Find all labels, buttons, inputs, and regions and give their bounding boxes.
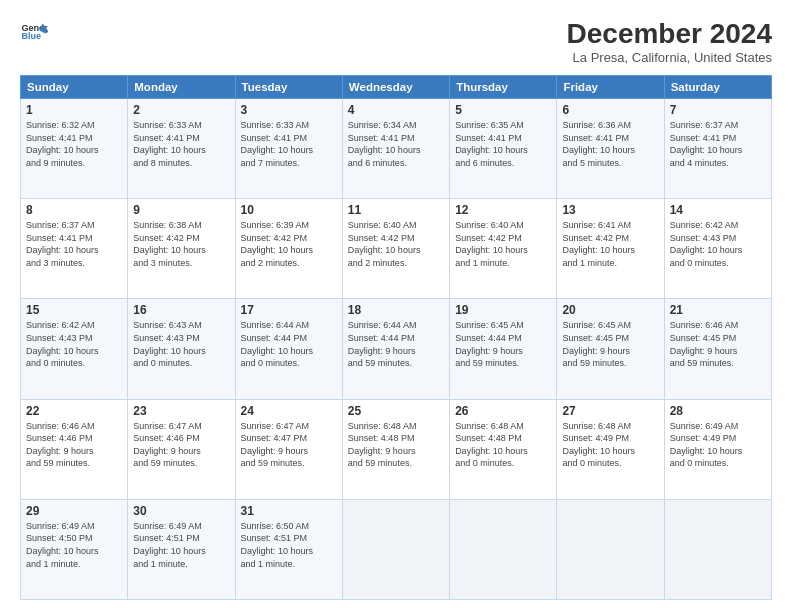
calendar-cell: 1Sunrise: 6:32 AM Sunset: 4:41 PM Daylig… — [21, 99, 128, 199]
day-info: Sunrise: 6:32 AM Sunset: 4:41 PM Dayligh… — [26, 119, 122, 169]
day-info: Sunrise: 6:44 AM Sunset: 4:44 PM Dayligh… — [348, 319, 444, 369]
day-number: 13 — [562, 203, 658, 217]
calendar-cell: 15Sunrise: 6:42 AM Sunset: 4:43 PM Dayli… — [21, 299, 128, 399]
day-number: 26 — [455, 404, 551, 418]
day-number: 1 — [26, 103, 122, 117]
day-info: Sunrise: 6:44 AM Sunset: 4:44 PM Dayligh… — [241, 319, 337, 369]
day-info: Sunrise: 6:48 AM Sunset: 4:48 PM Dayligh… — [455, 420, 551, 470]
week-row-5: 29Sunrise: 6:49 AM Sunset: 4:50 PM Dayli… — [21, 499, 772, 599]
day-number: 15 — [26, 303, 122, 317]
weekday-tuesday: Tuesday — [235, 76, 342, 99]
calendar-cell: 12Sunrise: 6:40 AM Sunset: 4:42 PM Dayli… — [450, 199, 557, 299]
svg-text:Blue: Blue — [21, 31, 41, 41]
day-number: 29 — [26, 504, 122, 518]
weekday-monday: Monday — [128, 76, 235, 99]
weekday-thursday: Thursday — [450, 76, 557, 99]
day-info: Sunrise: 6:40 AM Sunset: 4:42 PM Dayligh… — [455, 219, 551, 269]
weekday-friday: Friday — [557, 76, 664, 99]
calendar-cell: 28Sunrise: 6:49 AM Sunset: 4:49 PM Dayli… — [664, 399, 771, 499]
day-number: 24 — [241, 404, 337, 418]
day-number: 9 — [133, 203, 229, 217]
calendar-cell: 24Sunrise: 6:47 AM Sunset: 4:47 PM Dayli… — [235, 399, 342, 499]
logo: General Blue — [20, 18, 48, 46]
day-number: 17 — [241, 303, 337, 317]
day-info: Sunrise: 6:42 AM Sunset: 4:43 PM Dayligh… — [670, 219, 766, 269]
day-info: Sunrise: 6:47 AM Sunset: 4:47 PM Dayligh… — [241, 420, 337, 470]
day-number: 14 — [670, 203, 766, 217]
calendar-cell: 7Sunrise: 6:37 AM Sunset: 4:41 PM Daylig… — [664, 99, 771, 199]
week-row-2: 8Sunrise: 6:37 AM Sunset: 4:41 PM Daylig… — [21, 199, 772, 299]
calendar-cell: 23Sunrise: 6:47 AM Sunset: 4:46 PM Dayli… — [128, 399, 235, 499]
month-title: December 2024 — [567, 18, 772, 50]
calendar-cell — [450, 499, 557, 599]
day-info: Sunrise: 6:34 AM Sunset: 4:41 PM Dayligh… — [348, 119, 444, 169]
calendar-cell — [557, 499, 664, 599]
weekday-header-row: SundayMondayTuesdayWednesdayThursdayFrid… — [21, 76, 772, 99]
day-number: 11 — [348, 203, 444, 217]
calendar-cell: 14Sunrise: 6:42 AM Sunset: 4:43 PM Dayli… — [664, 199, 771, 299]
calendar-cell: 2Sunrise: 6:33 AM Sunset: 4:41 PM Daylig… — [128, 99, 235, 199]
day-info: Sunrise: 6:37 AM Sunset: 4:41 PM Dayligh… — [670, 119, 766, 169]
day-number: 16 — [133, 303, 229, 317]
calendar-cell: 26Sunrise: 6:48 AM Sunset: 4:48 PM Dayli… — [450, 399, 557, 499]
day-number: 3 — [241, 103, 337, 117]
day-info: Sunrise: 6:47 AM Sunset: 4:46 PM Dayligh… — [133, 420, 229, 470]
calendar-cell: 4Sunrise: 6:34 AM Sunset: 4:41 PM Daylig… — [342, 99, 449, 199]
day-info: Sunrise: 6:49 AM Sunset: 4:49 PM Dayligh… — [670, 420, 766, 470]
day-number: 31 — [241, 504, 337, 518]
calendar-cell: 20Sunrise: 6:45 AM Sunset: 4:45 PM Dayli… — [557, 299, 664, 399]
calendar-cell: 21Sunrise: 6:46 AM Sunset: 4:45 PM Dayli… — [664, 299, 771, 399]
calendar-cell: 25Sunrise: 6:48 AM Sunset: 4:48 PM Dayli… — [342, 399, 449, 499]
day-number: 30 — [133, 504, 229, 518]
day-info: Sunrise: 6:49 AM Sunset: 4:51 PM Dayligh… — [133, 520, 229, 570]
calendar-cell: 18Sunrise: 6:44 AM Sunset: 4:44 PM Dayli… — [342, 299, 449, 399]
calendar-header: SundayMondayTuesdayWednesdayThursdayFrid… — [21, 76, 772, 99]
calendar-body: 1Sunrise: 6:32 AM Sunset: 4:41 PM Daylig… — [21, 99, 772, 600]
weekday-saturday: Saturday — [664, 76, 771, 99]
day-info: Sunrise: 6:42 AM Sunset: 4:43 PM Dayligh… — [26, 319, 122, 369]
day-number: 8 — [26, 203, 122, 217]
day-info: Sunrise: 6:38 AM Sunset: 4:42 PM Dayligh… — [133, 219, 229, 269]
day-number: 21 — [670, 303, 766, 317]
week-row-1: 1Sunrise: 6:32 AM Sunset: 4:41 PM Daylig… — [21, 99, 772, 199]
calendar-cell: 16Sunrise: 6:43 AM Sunset: 4:43 PM Dayli… — [128, 299, 235, 399]
day-info: Sunrise: 6:33 AM Sunset: 4:41 PM Dayligh… — [241, 119, 337, 169]
week-row-3: 15Sunrise: 6:42 AM Sunset: 4:43 PM Dayli… — [21, 299, 772, 399]
calendar-cell: 31Sunrise: 6:50 AM Sunset: 4:51 PM Dayli… — [235, 499, 342, 599]
week-row-4: 22Sunrise: 6:46 AM Sunset: 4:46 PM Dayli… — [21, 399, 772, 499]
calendar-cell: 22Sunrise: 6:46 AM Sunset: 4:46 PM Dayli… — [21, 399, 128, 499]
calendar-cell: 6Sunrise: 6:36 AM Sunset: 4:41 PM Daylig… — [557, 99, 664, 199]
day-number: 19 — [455, 303, 551, 317]
day-info: Sunrise: 6:46 AM Sunset: 4:45 PM Dayligh… — [670, 319, 766, 369]
day-number: 22 — [26, 404, 122, 418]
logo-icon: General Blue — [20, 18, 48, 46]
calendar-cell: 27Sunrise: 6:48 AM Sunset: 4:49 PM Dayli… — [557, 399, 664, 499]
day-number: 4 — [348, 103, 444, 117]
calendar-cell — [664, 499, 771, 599]
day-info: Sunrise: 6:41 AM Sunset: 4:42 PM Dayligh… — [562, 219, 658, 269]
day-number: 20 — [562, 303, 658, 317]
calendar-cell: 10Sunrise: 6:39 AM Sunset: 4:42 PM Dayli… — [235, 199, 342, 299]
day-number: 12 — [455, 203, 551, 217]
calendar-cell: 13Sunrise: 6:41 AM Sunset: 4:42 PM Dayli… — [557, 199, 664, 299]
day-info: Sunrise: 6:46 AM Sunset: 4:46 PM Dayligh… — [26, 420, 122, 470]
day-number: 6 — [562, 103, 658, 117]
location: La Presa, California, United States — [567, 50, 772, 65]
calendar-cell: 8Sunrise: 6:37 AM Sunset: 4:41 PM Daylig… — [21, 199, 128, 299]
calendar-cell: 19Sunrise: 6:45 AM Sunset: 4:44 PM Dayli… — [450, 299, 557, 399]
day-number: 10 — [241, 203, 337, 217]
day-number: 28 — [670, 404, 766, 418]
calendar-cell: 30Sunrise: 6:49 AM Sunset: 4:51 PM Dayli… — [128, 499, 235, 599]
calendar-cell: 11Sunrise: 6:40 AM Sunset: 4:42 PM Dayli… — [342, 199, 449, 299]
day-info: Sunrise: 6:36 AM Sunset: 4:41 PM Dayligh… — [562, 119, 658, 169]
day-info: Sunrise: 6:35 AM Sunset: 4:41 PM Dayligh… — [455, 119, 551, 169]
day-info: Sunrise: 6:48 AM Sunset: 4:48 PM Dayligh… — [348, 420, 444, 470]
day-number: 25 — [348, 404, 444, 418]
calendar-cell: 17Sunrise: 6:44 AM Sunset: 4:44 PM Dayli… — [235, 299, 342, 399]
calendar-cell: 3Sunrise: 6:33 AM Sunset: 4:41 PM Daylig… — [235, 99, 342, 199]
day-info: Sunrise: 6:50 AM Sunset: 4:51 PM Dayligh… — [241, 520, 337, 570]
day-info: Sunrise: 6:39 AM Sunset: 4:42 PM Dayligh… — [241, 219, 337, 269]
day-number: 27 — [562, 404, 658, 418]
day-info: Sunrise: 6:43 AM Sunset: 4:43 PM Dayligh… — [133, 319, 229, 369]
weekday-wednesday: Wednesday — [342, 76, 449, 99]
